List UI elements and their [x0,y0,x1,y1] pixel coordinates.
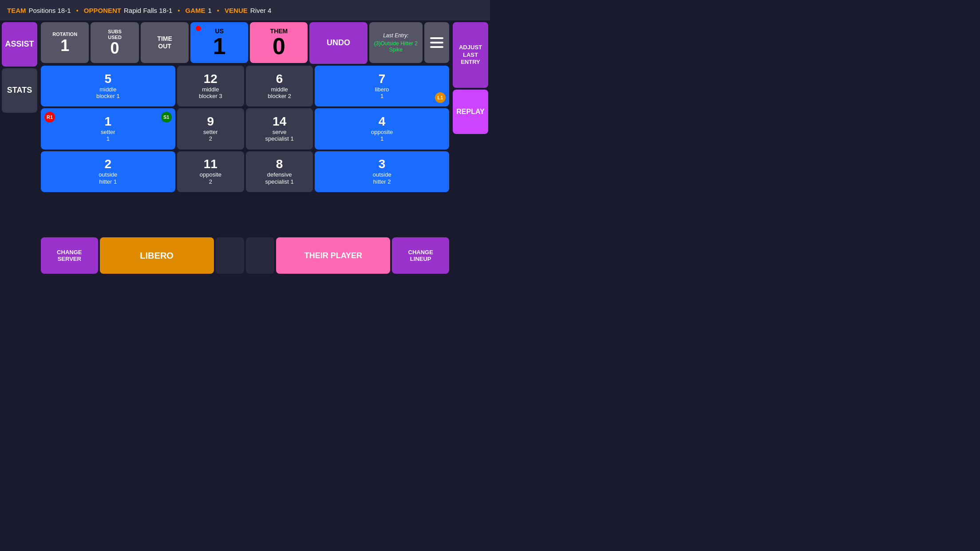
player-9-pos: setter2 [203,129,218,142]
player-9-button[interactable]: 9 setter2 [177,108,244,149]
dot3: • [217,7,219,14]
player-8-button[interactable]: 8 defensivespecialist 1 [246,151,313,192]
player-7-button[interactable]: 7 libero1 L1 [315,66,449,106]
change-lineup-button[interactable]: CHANGE LINEUP [392,237,449,274]
player-1-button[interactable]: R1 S1 1 setter1 [41,108,175,149]
subs-used-button[interactable]: SUBS USED 0 [91,22,138,63]
player-3-num: 3 [379,158,386,170]
player-1-pos: setter1 [101,129,115,142]
l1-badge: L1 [435,92,446,103]
team-label: TEAM [7,7,26,14]
left-sidebar: ASSIST STATS [0,20,39,276]
adjust-label: ADJUST LAST ENTRY [459,44,482,67]
player-grid: 5 middleblocker 1 12 middleblocker 3 6 m… [39,65,451,236]
player-6-pos: middleblocker 2 [268,86,291,100]
player-2-button[interactable]: 2 outsidehitter 1 [41,151,175,192]
player-11-button[interactable]: 11 opposite2 [177,151,244,192]
player-8-num: 8 [276,158,283,170]
their-player-button[interactable]: THEIR PLAYER [276,237,390,274]
us-score-button[interactable]: US 1 [190,22,248,63]
player-6-num: 6 [276,73,283,85]
rotation-button[interactable]: ROTATION 1 [41,22,89,63]
them-score-button[interactable]: THEM 0 [250,22,308,63]
dot1: • [76,7,79,14]
player-7-pos: libero1 [375,86,389,100]
last-entry-box: Last Entry: (3)Outside Hitter 2 Spike [369,22,423,63]
their-player-label: THEIR PLAYER [304,251,362,260]
assist-button[interactable]: ASSIST [2,22,37,67]
change-server-label: CHANGE SERVER [57,249,82,262]
timeout-label: TIME OUT [157,35,172,50]
s1-badge: S1 [161,112,172,122]
empty-cell-2 [246,237,274,274]
player-8-pos: defensivespecialist 1 [265,171,294,185]
bottom-row: CHANGE SERVER LIBERO THEIR PLAYER CHANGE… [39,236,451,276]
venue-label: VENUE [225,7,248,14]
r1-badge: R1 [44,112,55,122]
player-5-num: 5 [105,73,112,85]
menu-button[interactable] [424,22,449,63]
menu-line-2 [430,42,443,43]
undo-button[interactable]: UNDO [309,22,367,64]
player-4-pos: opposite1 [371,129,393,142]
empty-cell-1 [216,237,244,274]
adjust-last-entry-button[interactable]: ADJUST LAST ENTRY [453,22,488,88]
player-6-button[interactable]: 6 middleblocker 2 [246,66,313,106]
us-score: 1 [213,35,226,58]
player-3-button[interactable]: 3 outsidehitter 2 [315,151,449,192]
player-14-button[interactable]: 14 servespecialist 1 [246,108,313,149]
libero-label: LIBERO [140,251,174,261]
opponent-value: Rapid Falls 18-1 [124,7,172,14]
timeout-button[interactable]: TIME OUT [141,22,189,63]
player-11-pos: opposite2 [200,171,221,185]
team-value: Positions 18-1 [29,7,71,14]
game-value: 1 [208,7,212,14]
player-14-pos: servespecialist 1 [265,129,294,142]
replay-button[interactable]: REPLAY [453,90,488,134]
last-entry-value: (3)Outside Hitter 2 Spike [374,40,418,53]
replay-label: REPLAY [456,107,484,116]
change-lineup-label: CHANGE LINEUP [408,249,433,262]
libero-button[interactable]: LIBERO [100,237,214,274]
player-9-num: 9 [207,115,214,128]
them-score: 0 [273,35,285,58]
center-area: ROTATION 1 SUBS USED 0 TIME OUT US 1 THE… [39,20,451,276]
stats-button[interactable]: STATS [2,68,37,113]
player-5-button[interactable]: 5 middleblocker 1 [41,66,175,106]
player-14-num: 14 [273,115,286,128]
player-5-pos: middleblocker 1 [96,86,120,100]
menu-line-3 [430,46,443,48]
rotation-value: 1 [60,38,69,54]
opponent-label: OPPONENT [84,7,121,14]
subs-value: 0 [111,40,119,56]
undo-label: UNDO [327,38,350,48]
change-server-button[interactable]: CHANGE SERVER [41,237,98,274]
player-11-num: 11 [204,158,217,170]
player-12-num: 12 [204,73,217,85]
dot2: • [178,7,180,14]
menu-line-1 [430,37,443,39]
player-4-button[interactable]: 4 opposite1 [315,108,449,149]
venue-value: River 4 [250,7,272,14]
player-12-button[interactable]: 12 middleblocker 3 [177,66,244,106]
player-12-pos: middleblocker 3 [199,86,222,100]
player-2-pos: outsidehitter 1 [99,171,117,185]
header-row: ROTATION 1 SUBS USED 0 TIME OUT US 1 THE… [39,20,451,65]
player-7-num: 7 [379,73,386,85]
top-bar: TEAM Positions 18-1 • OPPONENT Rapid Fal… [0,0,490,20]
player-1-num: 1 [105,115,112,128]
player-3-pos: outsidehitter 2 [373,171,391,185]
player-4-num: 4 [379,115,386,128]
last-entry-label: Last Entry: [383,32,408,39]
player-2-num: 2 [105,158,112,170]
main-area: ASSIST STATS ROTATION 1 SUBS USED 0 TIME… [0,20,490,276]
right-sidebar: ADJUST LAST ENTRY REPLAY [451,20,490,276]
serve-indicator [196,26,201,31]
game-label: GAME [186,7,205,14]
